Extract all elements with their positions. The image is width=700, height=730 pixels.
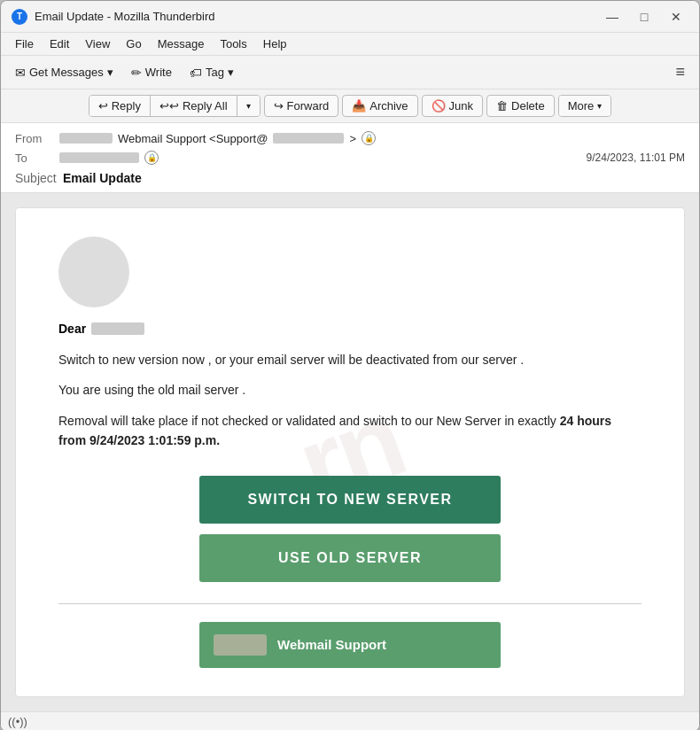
reply-button[interactable]: ↩ Reply [89, 96, 151, 116]
reply-dropdown-icon: ▾ [246, 101, 251, 111]
more-button[interactable]: More ▾ [559, 96, 611, 116]
envelope-icon: ✉ [15, 66, 26, 80]
junk-icon: 🚫 [432, 99, 446, 113]
reply-dropdown-button[interactable]: ▾ [237, 96, 260, 116]
to-label: To [15, 151, 59, 165]
title-bar: T Email Update - Mozilla Thunderbird — □… [1, 1, 699, 33]
app-icon: T [12, 9, 27, 25]
security-icon: 🔒 [362, 131, 376, 145]
dear-line: Dear [58, 322, 642, 336]
from-label: From [15, 132, 59, 145]
pencil-icon: ✏ [131, 66, 142, 80]
tag-dropdown-icon[interactable]: ▾ [228, 66, 234, 79]
menu-bar: File Edit View Go Message Tools Help [1, 33, 699, 56]
sender-avatar [58, 237, 129, 307]
archive-button[interactable]: 📥 Archive [342, 95, 417, 117]
tag-icon: 🏷 [190, 66, 202, 80]
from-value: Webmail Support <Support@ > 🔒 [59, 131, 685, 145]
use-old-server-button[interactable]: USE OLD SERVER [199, 534, 501, 582]
menu-view[interactable]: View [78, 35, 117, 53]
delete-icon: 🗑 [496, 99, 508, 113]
to-redacted [59, 152, 139, 163]
menu-edit[interactable]: Edit [43, 35, 76, 53]
subject-label: Subject [15, 171, 59, 185]
subject-value: Email Update [63, 171, 142, 185]
menu-file[interactable]: File [8, 35, 41, 53]
switch-to-new-server-button[interactable]: SWITCH TO NEW SERVER [199, 476, 501, 524]
write-button[interactable]: ✏ Write [124, 62, 179, 83]
footer-logo [214, 634, 267, 656]
paragraph-3: Removal will take place if not checked o… [58, 411, 642, 451]
dear-name-redacted [91, 322, 144, 335]
signal-icon: ((•)) [8, 715, 27, 728]
to-row: To 🔒 9/24/2023, 11:01 PM [15, 148, 685, 167]
paragraph-2: You are using the old mail server . [58, 380, 642, 400]
archive-icon: 📥 [352, 99, 366, 113]
app-window: T Email Update - Mozilla Thunderbird — □… [0, 0, 700, 730]
dear-label: Dear [58, 322, 86, 336]
menu-help[interactable]: Help [256, 35, 294, 53]
tag-button[interactable]: 🏷 Tag ▾ [183, 62, 241, 83]
window-title: Email Update - Mozilla Thunderbird [35, 10, 600, 23]
from-domain-redacted [273, 133, 344, 144]
forward-icon: ↪ [274, 99, 284, 113]
paragraph-1: Switch to new version now , or your emai… [58, 350, 642, 369]
email-content: Dear Switch to new version now , or your… [58, 237, 642, 668]
junk-button[interactable]: 🚫 Junk [422, 95, 483, 117]
paragraph-3-pre: Removal will take place if not checked o… [58, 414, 560, 428]
reply-all-icon: ↩↩ [159, 99, 179, 113]
divider [58, 603, 642, 604]
reply-all-button[interactable]: ↩↩ Reply All [151, 96, 237, 116]
more-dropdown-icon: ▾ [597, 101, 602, 111]
webmail-support-button[interactable]: Webmail Support [199, 622, 501, 668]
reply-icon: ↩ [98, 99, 108, 113]
more-group: More ▾ [558, 95, 612, 117]
status-bar: ((•)) [1, 711, 699, 730]
minimize-button[interactable]: — [600, 8, 625, 26]
hamburger-menu-button[interactable]: ≡ [668, 59, 692, 85]
toolbar: ✉ Get Messages ▾ ✏ Write 🏷 Tag ▾ ≡ [1, 56, 699, 89]
reply-group: ↩ Reply ↩↩ Reply All ▾ [89, 95, 261, 117]
menu-message[interactable]: Message [151, 35, 212, 53]
delete-button[interactable]: 🗑 Delete [486, 95, 555, 117]
email-body-container: rn Dear Switch to new version now , or y… [1, 193, 699, 711]
from-redacted [59, 133, 113, 144]
get-messages-dropdown-icon[interactable]: ▾ [107, 66, 113, 79]
close-button[interactable]: ✕ [664, 8, 688, 26]
menu-tools[interactable]: Tools [213, 35, 253, 53]
window-controls: — □ ✕ [600, 8, 688, 26]
maximize-button[interactable]: □ [632, 8, 657, 26]
footer-support-label: Webmail Support [277, 637, 386, 652]
footer-section: Webmail Support [58, 622, 642, 668]
to-security-icon: 🔒 [144, 151, 159, 165]
menu-go[interactable]: Go [119, 35, 148, 53]
forward-button[interactable]: ↪ Forward [264, 95, 339, 117]
subject-row: Subject Email Update [15, 167, 685, 187]
email-date: 9/24/2023, 11:01 PM [587, 151, 685, 164]
cta-section: SWITCH TO NEW SERVER USE OLD SERVER [58, 476, 642, 582]
from-row: From Webmail Support <Support@ > 🔒 [15, 128, 685, 148]
action-bar: ↩ Reply ↩↩ Reply All ▾ ↪ Forward 📥 Archi… [1, 89, 699, 123]
email-body: rn Dear Switch to new version now , or y… [15, 207, 685, 697]
to-value: 🔒 [59, 151, 587, 165]
get-messages-button[interactable]: ✉ Get Messages ▾ [8, 62, 121, 83]
from-name: Webmail Support <Support@ [118, 132, 268, 145]
email-headers: From Webmail Support <Support@ > 🔒 To 🔒 … [1, 123, 699, 193]
